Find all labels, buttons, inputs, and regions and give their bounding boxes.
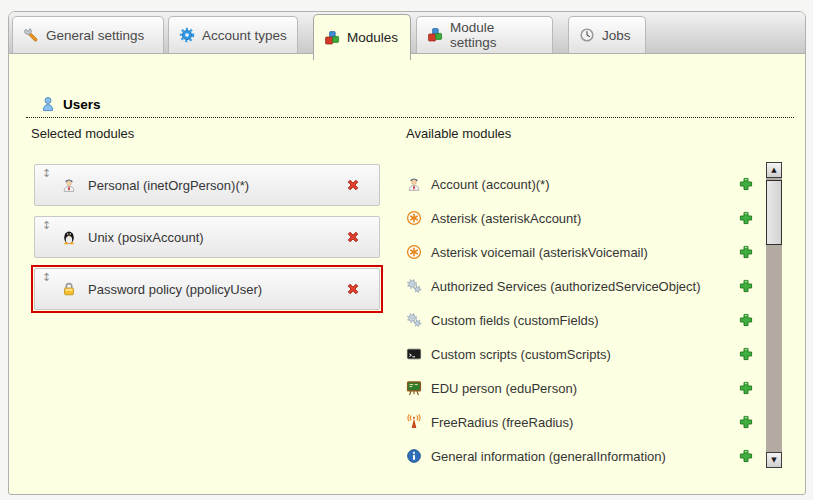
scroll-up-button[interactable]: ▲: [766, 162, 782, 178]
selected-module-row[interactable]: ↕ Unix (posixAccount): [34, 216, 380, 258]
scroll-up-icon: ▲: [771, 166, 776, 174]
tab-label: General settings: [46, 28, 144, 43]
add-module-button[interactable]: [738, 380, 754, 396]
green-plus-icon: [738, 414, 754, 430]
modules-config-page: General settings Account types: [0, 0, 813, 500]
info-icon: [406, 448, 422, 464]
gears-icon: [406, 312, 422, 328]
green-plus-icon: [738, 448, 754, 464]
available-module-label: General information (generalInformation): [431, 449, 666, 464]
add-module-button[interactable]: [738, 210, 754, 226]
available-module-row: General information (generalInformation): [406, 439, 754, 473]
remove-module-button[interactable]: [345, 281, 361, 297]
users-section-heading: Users: [26, 96, 794, 118]
tab-label: Account types: [202, 28, 287, 43]
scroll-down-button[interactable]: ▼: [766, 452, 782, 468]
green-plus-icon: [738, 380, 754, 396]
tab-account-types[interactable]: Account types: [168, 16, 298, 53]
add-module-button[interactable]: [738, 448, 754, 464]
remove-module-button[interactable]: [345, 177, 361, 193]
available-module-label: Asterisk (asteriskAccount): [431, 211, 581, 226]
available-module-label: Authorized Services (authorizedServiceOb…: [431, 279, 701, 294]
add-module-button[interactable]: [738, 312, 754, 328]
available-module-label: Asterisk voicemail (asteriskVoicemail): [431, 245, 648, 260]
green-plus-icon: [738, 278, 754, 294]
person-icon: [406, 176, 422, 192]
tab-general-settings[interactable]: General settings: [12, 16, 164, 53]
red-x-icon: [345, 281, 361, 297]
available-list-scrollbar[interactable]: ▲ ▼: [766, 162, 782, 468]
selected-module-row[interactable]: ↕ Password policy (ppolicyUser): [34, 268, 380, 310]
available-module-row: Asterisk (asteriskAccount): [406, 201, 754, 235]
available-module-label: FreeRadius (freeRadius): [431, 415, 573, 430]
available-module-row: EDU person (eduPerson): [406, 371, 754, 405]
lock-icon: [61, 281, 77, 297]
asterisk-icon: [406, 210, 422, 226]
tab-label: Module settings: [450, 20, 542, 50]
available-module-label: EDU person (eduPerson): [431, 381, 577, 396]
user-icon: [40, 96, 56, 112]
scrollbar-thumb[interactable]: [766, 180, 782, 245]
add-module-button[interactable]: [738, 346, 754, 362]
green-plus-icon: [738, 176, 754, 192]
available-module-row: Account (account)(*): [406, 167, 754, 201]
add-module-button[interactable]: [738, 244, 754, 260]
clock-icon: [579, 27, 595, 43]
person-icon: [61, 177, 77, 193]
tab-module-settings[interactable]: Module settings: [416, 16, 553, 53]
tab-jobs[interactable]: Jobs: [568, 16, 646, 53]
tab-label: Jobs: [602, 28, 631, 43]
chalkboard-icon: [406, 380, 422, 396]
available-module-label: Custom scripts (customScripts): [431, 347, 611, 362]
penguin-icon: [61, 229, 77, 245]
add-module-button[interactable]: [738, 414, 754, 430]
tab-label: Modules: [347, 30, 398, 45]
scroll-down-icon: ▼: [771, 456, 776, 464]
available-module-row: Asterisk voicemail (asteriskVoicemail): [406, 235, 754, 269]
available-module-label: Account (account)(*): [431, 177, 550, 192]
selected-module-label: Personal (inetOrgPerson)(*): [88, 178, 249, 193]
available-module-row: Authorized Services (authorizedServiceOb…: [406, 269, 754, 303]
green-plus-icon: [738, 346, 754, 362]
gears-icon: [406, 278, 422, 294]
asterisk-icon: [406, 244, 422, 260]
selected-module-label: Password policy (ppolicyUser): [88, 282, 262, 297]
remove-module-button[interactable]: [345, 229, 361, 245]
available-modules-heading: Available modules: [406, 126, 511, 141]
selected-module-row[interactable]: ↕ Personal (inetOrgPerson)(*): [34, 164, 380, 206]
available-module-row: Custom fields (customFields): [406, 303, 754, 337]
available-module-row: FreeRadius (freeRadius): [406, 405, 754, 439]
drag-handle-icon[interactable]: ↕: [42, 167, 51, 180]
terminal-icon: [406, 346, 422, 362]
modules-icon: [324, 30, 340, 46]
available-module-row: Custom scripts (customScripts): [406, 337, 754, 371]
drag-handle-icon[interactable]: ↕: [42, 271, 51, 284]
highlighted-module-outline: ↕ Password policy (ppolicyUser): [31, 265, 383, 313]
section-title: Users: [63, 97, 101, 112]
red-x-icon: [345, 177, 361, 193]
selected-module-label: Unix (posixAccount): [88, 230, 204, 245]
tab-bar: General settings Account types: [9, 12, 805, 54]
available-module-label: Custom fields (customFields): [431, 313, 599, 328]
red-x-icon: [345, 229, 361, 245]
tab-modules[interactable]: Modules: [313, 14, 411, 60]
add-module-button[interactable]: [738, 278, 754, 294]
drag-handle-icon[interactable]: ↕: [42, 219, 51, 232]
green-plus-icon: [738, 312, 754, 328]
wrench-icon: [23, 27, 39, 43]
modules-icon: [427, 27, 443, 43]
settings-panel: General settings Account types: [8, 11, 806, 495]
add-module-button[interactable]: [738, 176, 754, 192]
green-plus-icon: [738, 244, 754, 260]
green-plus-icon: [738, 210, 754, 226]
antenna-icon: [406, 414, 422, 430]
gear-icon: [179, 27, 195, 43]
selected-modules-heading: Selected modules: [31, 126, 134, 141]
